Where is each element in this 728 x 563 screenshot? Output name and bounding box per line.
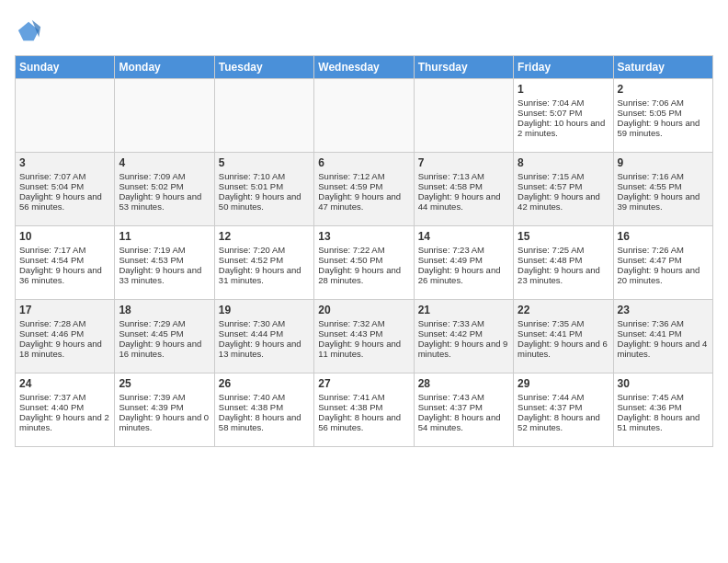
day-info: Daylight: 9 hours and 42 minutes. (518, 191, 609, 212)
day-info: Sunset: 4:42 PM (418, 328, 509, 339)
calendar-cell: 26Sunrise: 7:40 AMSunset: 4:38 PMDayligh… (214, 373, 313, 447)
calendar-cell: 8Sunrise: 7:15 AMSunset: 4:57 PMDaylight… (514, 153, 613, 226)
calendar-header-row: SundayMondayTuesdayWednesdayThursdayFrid… (16, 56, 713, 79)
day-number: 28 (418, 377, 509, 390)
day-info: Daylight: 9 hours and 16 minutes. (119, 339, 210, 359)
day-info: Sunset: 4:48 PM (518, 255, 609, 265)
day-info: Sunset: 4:59 PM (318, 181, 409, 191)
day-info: Sunset: 4:44 PM (219, 328, 310, 339)
day-info: Daylight: 9 hours and 33 minutes. (119, 265, 210, 285)
day-info: Daylight: 10 hours and 2 minutes. (518, 118, 609, 138)
day-info: Sunrise: 7:09 AM (119, 171, 210, 181)
day-number: 25 (119, 377, 210, 390)
day-number: 6 (318, 156, 409, 169)
day-info: Sunset: 5:01 PM (219, 181, 310, 191)
day-info: Sunrise: 7:07 AM (19, 171, 110, 181)
day-info: Sunset: 4:55 PM (618, 181, 709, 191)
day-number: 30 (618, 377, 709, 390)
calendar-cell: 3Sunrise: 7:07 AMSunset: 5:04 PMDaylight… (16, 153, 115, 226)
day-info: Daylight: 9 hours and 0 minutes. (119, 412, 210, 432)
logo (15, 18, 42, 44)
day-info: Sunset: 5:04 PM (19, 181, 110, 191)
day-number: 14 (418, 230, 509, 243)
day-number: 9 (618, 156, 709, 169)
day-info: Sunrise: 7:20 AM (219, 245, 310, 255)
day-info: Daylight: 9 hours and 31 minutes. (219, 265, 310, 285)
day-info: Sunset: 4:36 PM (618, 402, 709, 412)
day-info: Sunset: 5:07 PM (518, 108, 609, 118)
day-info: Daylight: 9 hours and 2 minutes. (19, 412, 110, 432)
calendar-cell: 16Sunrise: 7:26 AMSunset: 4:47 PMDayligh… (613, 226, 712, 300)
calendar-cell: 14Sunrise: 7:23 AMSunset: 4:49 PMDayligh… (414, 226, 513, 300)
day-info: Sunrise: 7:13 AM (418, 171, 509, 181)
day-info: Sunset: 4:46 PM (19, 328, 110, 339)
day-info: Sunrise: 7:15 AM (518, 171, 609, 181)
calendar-cell: 6Sunrise: 7:12 AMSunset: 4:59 PMDaylight… (314, 153, 414, 226)
day-info: Daylight: 9 hours and 39 minutes. (618, 191, 709, 212)
day-number: 13 (318, 230, 409, 243)
day-info: Sunrise: 7:32 AM (318, 318, 409, 328)
day-number: 27 (318, 377, 409, 390)
day-info: Sunrise: 7:22 AM (318, 245, 409, 255)
day-info: Sunrise: 7:23 AM (418, 245, 509, 255)
header-monday: Monday (115, 56, 214, 79)
day-info: Daylight: 9 hours and 20 minutes. (618, 265, 709, 285)
day-info: Daylight: 8 hours and 58 minutes. (219, 412, 310, 432)
day-info: Daylight: 9 hours and 18 minutes. (19, 339, 110, 359)
day-info: Sunrise: 7:44 AM (518, 392, 609, 402)
day-info: Sunrise: 7:06 AM (618, 98, 709, 108)
day-number: 21 (418, 304, 509, 316)
day-info: Daylight: 9 hours and 6 minutes. (518, 339, 609, 359)
day-number: 16 (618, 230, 709, 243)
calendar-cell: 10Sunrise: 7:17 AMSunset: 4:54 PMDayligh… (16, 226, 115, 300)
header-friday: Friday (514, 56, 613, 79)
day-info: Sunrise: 7:39 AM (119, 392, 210, 402)
day-number: 23 (618, 304, 709, 316)
day-number: 15 (518, 230, 609, 243)
day-info: Sunrise: 7:28 AM (19, 318, 110, 328)
day-info: Sunrise: 7:10 AM (219, 171, 310, 181)
day-info: Sunrise: 7:36 AM (618, 318, 709, 328)
calendar: SundayMondayTuesdayWednesdayThursdayFrid… (15, 55, 713, 447)
day-info: Sunset: 4:39 PM (119, 402, 210, 412)
day-number: 10 (19, 230, 110, 243)
calendar-cell: 2Sunrise: 7:06 AMSunset: 5:05 PMDaylight… (613, 79, 712, 153)
day-info: Sunrise: 7:12 AM (318, 171, 409, 181)
calendar-week-5: 24Sunrise: 7:37 AMSunset: 4:40 PMDayligh… (16, 373, 713, 447)
header-thursday: Thursday (414, 56, 513, 79)
day-info: Daylight: 8 hours and 51 minutes. (618, 412, 709, 432)
day-info: Daylight: 8 hours and 56 minutes. (318, 412, 409, 432)
day-info: Sunset: 4:53 PM (119, 255, 210, 265)
calendar-cell: 21Sunrise: 7:33 AMSunset: 4:42 PMDayligh… (414, 300, 513, 373)
day-info: Sunrise: 7:37 AM (19, 392, 110, 402)
day-info: Sunset: 5:02 PM (119, 181, 210, 191)
day-info: Sunrise: 7:41 AM (318, 392, 409, 402)
day-info: Sunset: 4:40 PM (19, 402, 110, 412)
calendar-week-3: 10Sunrise: 7:17 AMSunset: 4:54 PMDayligh… (16, 226, 713, 300)
day-info: Sunset: 4:50 PM (318, 255, 409, 265)
day-info: Sunrise: 7:29 AM (119, 318, 210, 328)
day-info: Sunset: 4:57 PM (518, 181, 609, 191)
day-info: Sunrise: 7:26 AM (618, 245, 709, 255)
calendar-cell: 28Sunrise: 7:43 AMSunset: 4:37 PMDayligh… (414, 373, 513, 447)
calendar-cell: 1Sunrise: 7:04 AMSunset: 5:07 PMDaylight… (514, 79, 613, 153)
day-info: Sunrise: 7:25 AM (518, 245, 609, 255)
day-info: Sunset: 4:43 PM (318, 328, 409, 339)
calendar-cell: 25Sunrise: 7:39 AMSunset: 4:39 PMDayligh… (115, 373, 214, 447)
calendar-cell: 13Sunrise: 7:22 AMSunset: 4:50 PMDayligh… (314, 226, 414, 300)
day-info: Sunset: 4:45 PM (119, 328, 210, 339)
day-info: Sunset: 4:47 PM (618, 255, 709, 265)
calendar-week-2: 3Sunrise: 7:07 AMSunset: 5:04 PMDaylight… (16, 153, 713, 226)
day-info: Sunset: 5:05 PM (618, 108, 709, 118)
calendar-cell: 22Sunrise: 7:35 AMSunset: 4:41 PMDayligh… (514, 300, 613, 373)
page-header (15, 15, 713, 44)
day-number: 12 (219, 230, 310, 243)
day-info: Sunset: 4:38 PM (318, 402, 409, 412)
header-saturday: Saturday (613, 56, 712, 79)
day-info: Sunrise: 7:33 AM (418, 318, 509, 328)
calendar-cell: 5Sunrise: 7:10 AMSunset: 5:01 PMDaylight… (214, 153, 313, 226)
day-info: Daylight: 9 hours and 59 minutes. (618, 118, 709, 138)
calendar-cell (314, 79, 414, 153)
header-tuesday: Tuesday (214, 56, 313, 79)
day-info: Daylight: 9 hours and 9 minutes. (418, 339, 509, 359)
